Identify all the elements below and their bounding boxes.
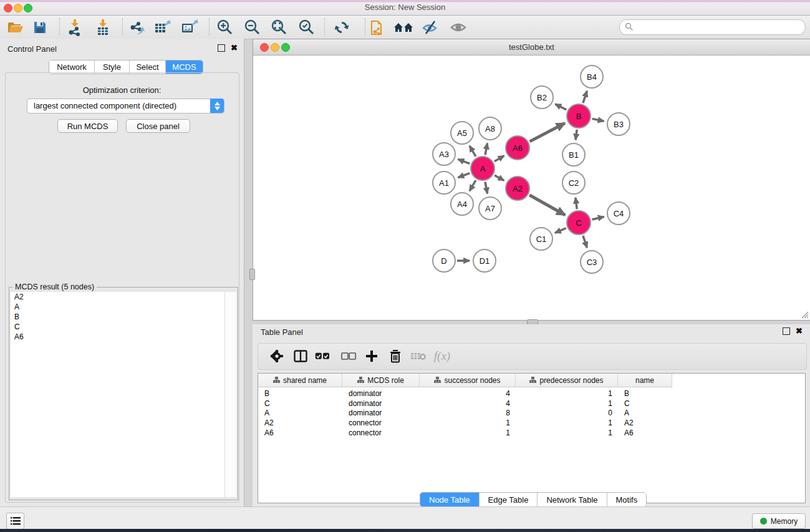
save-session-icon[interactable] [29,17,51,37]
graph-node-A[interactable]: A [471,157,494,180]
tab-network-table[interactable]: Network Table [538,493,607,506]
column-header-successor-nodes[interactable]: successor nodes [420,374,516,387]
column-header-shared-name[interactable]: shared name [258,374,342,387]
graph-node-B3[interactable]: B3 [607,113,630,135]
table-row[interactable]: A2connector11A2 [258,418,672,428]
graph-edge-B-B4[interactable] [583,91,587,103]
graph-edge-C-C1[interactable] [555,228,566,233]
mcds-result-item[interactable]: C [11,322,225,332]
graph-node-B4[interactable]: B4 [581,65,603,88]
graph-edge-A-A7[interactable] [485,182,488,194]
search-input[interactable] [636,21,801,34]
graph-node-A4[interactable]: A4 [451,193,473,215]
export-table-icon[interactable] [152,17,174,37]
float-panel-icon[interactable] [783,327,790,335]
close-panel-icon[interactable]: ✖ [231,45,238,51]
column-header-MCDS-role[interactable]: MCDS role [342,374,420,387]
network-window-titlebar[interactable]: testGlobe.txt [253,39,810,56]
tab-edge-table[interactable]: Edge Table [480,493,538,506]
add-column-icon[interactable] [361,346,382,366]
float-panel-icon[interactable] [218,44,225,52]
graph-node-A5[interactable]: A5 [451,122,473,144]
graph-node-A3[interactable]: A3 [433,143,455,165]
table-row[interactable]: Bdominator41B [258,389,672,399]
graph-node-C2[interactable]: C2 [562,172,585,194]
export-network-icon[interactable] [125,17,148,37]
graph-node-B1[interactable]: B1 [562,143,585,166]
graph-edge-A-A4[interactable] [470,180,476,191]
close-panel-button[interactable]: Close panel [126,119,190,133]
mcds-result-item[interactable]: A [11,302,225,312]
deselect-all-rows-icon[interactable] [338,346,359,366]
first-neighbors-icon[interactable] [392,17,415,37]
graph-edge-A-A2[interactable] [494,175,504,181]
tab-motifs[interactable]: Motifs [607,493,647,506]
mcds-result-item[interactable]: A6 [11,332,225,342]
graph-edge-C-C2[interactable] [576,198,577,209]
tab-style[interactable]: Style [95,60,130,74]
open-file-icon[interactable] [4,17,26,37]
graph-edge-C-C3[interactable] [583,236,587,248]
show-columns-icon[interactable] [290,346,311,366]
refresh-layout-icon[interactable] [330,17,353,37]
resize-grip-icon[interactable] [800,310,809,319]
graph-edge-B-B2[interactable] [555,104,566,110]
graph-node-C1[interactable]: C1 [530,228,552,250]
graph-edge-A-A6[interactable] [494,156,504,162]
graph-node-A7[interactable]: A7 [479,197,501,220]
graph-node-A8[interactable]: A8 [479,117,501,140]
mcds-result-item[interactable]: A2 [11,292,225,302]
zoom-fit-icon[interactable] [268,17,291,37]
graph-edge-A2-C[interactable] [529,195,565,215]
tab-mcds[interactable]: MCDS [166,60,203,74]
splitter-grip[interactable] [249,269,255,280]
export-image-icon[interactable] [178,17,201,37]
delete-columns-icon[interactable] [385,346,406,366]
graph-node-C4[interactable]: C4 [607,202,630,225]
network-graph[interactable]: B4B2BB3A8A5A6A3B1AA1C2A2A4A7C4CC1C3DD1 [253,56,809,319]
mcds-result-scrollbar[interactable] [224,292,236,497]
zoom-selected-icon[interactable] [296,17,318,37]
memory-button[interactable]: Memory [752,513,806,529]
graph-node-B[interactable]: B [567,104,591,128]
select-all-rows-icon[interactable] [312,346,333,366]
graph-edge-A-A1[interactable] [458,173,470,178]
search-field[interactable] [619,19,806,35]
graph-node-A6[interactable]: A6 [506,136,529,160]
import-table-icon[interactable] [92,17,114,37]
import-network-icon[interactable] [64,17,86,37]
graph-edge-C-C4[interactable] [592,216,604,220]
delete-table-icon[interactable] [408,346,429,366]
graph-node-B2[interactable]: B2 [531,86,553,109]
mcds-result-item[interactable]: B [11,312,225,322]
graph-edge-A6-B[interactable] [530,123,565,142]
graph-edge-B-B1[interactable] [576,130,577,140]
zoom-in-icon[interactable] [214,17,236,37]
table-row[interactable]: Adominator80A [258,408,672,418]
column-header-name[interactable]: name [618,374,672,387]
graph-edge-A-A3[interactable] [458,159,470,163]
task-history-button[interactable] [6,513,24,530]
hide-selected-icon[interactable] [419,17,441,37]
zoom-out-icon[interactable] [241,17,264,37]
mcds-result-list[interactable]: A2ABCA6 [11,292,225,497]
graph-node-D1[interactable]: D1 [473,249,496,272]
graph-node-C3[interactable]: C3 [581,251,603,273]
table-row[interactable]: Cdominator41C [258,399,672,409]
tab-node-table[interactable]: Node Table [420,493,480,506]
run-mcds-button[interactable]: Run MCDS [57,119,118,133]
optimization-select[interactable]: largest connected component (directed) [27,99,224,114]
function-builder-icon[interactable]: f(x) [432,346,453,366]
close-panel-icon[interactable]: ✖ [796,328,803,334]
column-header-predecessor-nodes[interactable]: predecessor nodes [516,374,618,387]
network-canvas[interactable]: B4B2BB3A8A5A6A3B1AA1C2A2A4A7C4CC1C3DD1 [253,56,810,320]
graph-node-D[interactable]: D [433,249,455,272]
tab-network[interactable]: Network [49,60,95,74]
show-all-icon[interactable] [447,17,470,37]
table-settings-icon[interactable] [266,346,287,366]
graph-edge-B-B3[interactable] [592,118,604,121]
new-network-from-selection-icon[interactable] [366,17,388,37]
graph-edge-A-A8[interactable] [485,143,488,155]
tab-select[interactable]: Select [130,60,166,74]
graph-edge-A-A5[interactable] [470,146,476,157]
